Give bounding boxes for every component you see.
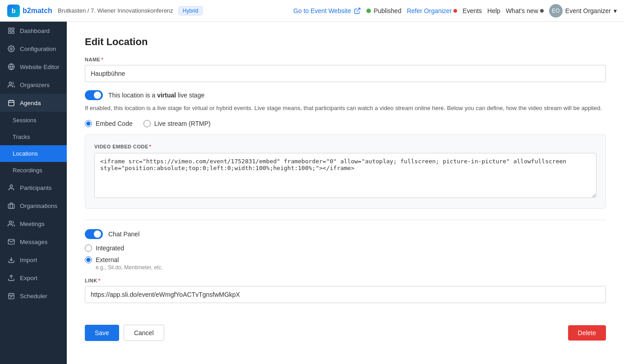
sidebar-item-configuration-label: Configuration [20,46,56,52]
svg-rect-14 [8,204,14,208]
help-link[interactable]: Help [487,7,500,14]
goto-label: Go to Event Website [293,7,351,14]
chat-panel-toggle-row: Chat Panel [85,229,606,239]
export-icon [7,274,15,282]
embed-code-label: Embed Code [96,120,133,127]
user-chevron-icon: ▾ [614,7,617,14]
svg-rect-3 [9,31,11,33]
livestream-radio[interactable] [143,120,151,127]
sidebar-item-meetings[interactable]: Meetings [0,215,67,233]
sidebar-item-recordings-label: Recordings [13,167,42,174]
integrated-radio-item[interactable]: Integrated [85,244,606,252]
sidebar-item-scheduler-label: Scheduler [20,293,47,299]
whatsnew-link[interactable]: What's new [506,7,544,14]
events-link[interactable]: Events [462,7,482,14]
sidebar-item-website-editor[interactable]: Website Editor [0,58,67,76]
sidebar-item-sessions-label: Sessions [13,117,37,124]
published-status: Published [366,7,402,14]
configuration-icon [7,45,15,53]
sidebar-item-meetings-label: Meetings [20,221,45,227]
name-input[interactable] [85,65,606,82]
external-radio[interactable] [85,256,92,263]
sidebar-item-locations-label: Locations [13,150,38,157]
integrated-radio[interactable] [85,244,92,252]
logo-text: b2match [23,7,52,15]
organizers-icon [7,81,15,89]
divider [85,220,606,220]
user-menu[interactable]: EO Event Organizer ▾ [549,4,617,18]
sidebar-item-dashboard-label: Dashboard [20,28,50,34]
sidebar-item-scheduler[interactable]: Scheduler [0,287,67,305]
virtual-toggle-label: This location is a virtual live stage [108,92,204,99]
page-title: Edit Location [85,36,606,48]
messages-icon [7,238,15,246]
toggle-slider [85,90,103,100]
sidebar-item-configuration[interactable]: Configuration [0,40,67,58]
sidebar-item-import[interactable]: Import [0,251,67,269]
chat-type-radio-group: Integrated External e.g., Sli.do, Mentim… [85,244,606,271]
integrated-label: Integrated [96,244,124,252]
goto-event-website-link[interactable]: Go to Event Website [293,7,361,14]
virtual-info-text: If enabled, this location is a live stag… [85,104,606,113]
user-label: Event Organizer [565,7,611,14]
video-embed-code-label: VIDEO EMBED CODE* [94,144,596,149]
sidebar-item-tracks-label: Tracks [13,134,30,140]
hybrid-badge: Hybrid [179,6,203,15]
sidebar-item-import-label: Import [20,257,37,263]
link-label: LINK* [85,278,606,283]
livestream-radio-item[interactable]: Live stream (RTMP) [143,120,211,127]
website-editor-icon [7,63,15,71]
stream-type-radio-group: Embed Code Live stream (RTMP) [85,120,606,127]
name-field-group: NAME* [85,57,606,82]
sidebar-item-organizers-label: Organizers [20,82,50,88]
chat-panel-section: Chat Panel Integrated External e.g., Sli… [85,229,606,303]
chat-toggle-slider [85,229,103,239]
sidebar-item-messages-label: Messages [20,239,48,245]
sidebar-item-recordings[interactable]: Recordings [0,162,67,179]
refer-organizer-link[interactable]: Refer Organizer [407,7,458,14]
cancel-button[interactable]: Cancel [124,325,164,341]
logo-icon: b [7,5,20,17]
embed-code-radio[interactable] [85,120,92,127]
import-icon [7,256,15,264]
chat-panel-toggle[interactable] [85,229,103,239]
livestream-label: Live stream (RTMP) [154,120,211,127]
sidebar-item-organizers[interactable]: Organizers [0,76,67,94]
delete-button[interactable]: Delete [568,325,606,341]
link-input[interactable] [85,286,606,303]
svg-point-13 [10,185,12,187]
embed-code-radio-item[interactable]: Embed Code [85,120,133,127]
sidebar-item-locations[interactable]: Locations [0,145,67,162]
avatar: EO [549,4,563,18]
sidebar-item-participants[interactable]: Participants [0,179,67,197]
embed-code-section: VIDEO EMBED CODE* <iframe src="https://v… [85,134,606,209]
refer-dot [453,9,457,13]
svg-point-5 [10,48,12,50]
scheduler-icon [7,292,15,300]
logo[interactable]: b b2match [7,5,52,17]
save-button[interactable]: Save [85,325,119,341]
svg-line-0 [357,8,360,11]
sidebar-item-organisations-label: Organisations [20,203,57,209]
sidebar-item-export-label: Export [20,275,37,281]
video-embed-code-textarea[interactable]: <iframe src="https://vimeo.com/event/175… [94,153,596,198]
sidebar: Dashboard Configuration Website Editor O… [0,22,67,364]
svg-point-8 [9,82,11,84]
external-radio-item[interactable]: External [85,256,606,263]
sidebar-item-tracks[interactable]: Tracks [0,129,67,145]
breadcrumb-event[interactable]: 7. Wiener Innovationskonferenz [91,7,173,14]
svg-point-15 [9,221,11,223]
footer-buttons: Save Cancel Delete [85,318,606,341]
sidebar-item-organisations[interactable]: Organisations [0,197,67,215]
sidebar-item-export[interactable]: Export [0,269,67,287]
virtual-toggle[interactable] [85,90,103,100]
sidebar-item-agenda[interactable]: Agenda [0,94,67,112]
sidebar-item-dashboard[interactable]: Dashboard [0,22,67,40]
sidebar-item-sessions[interactable]: Sessions [0,112,67,129]
sidebar-item-messages[interactable]: Messages [0,233,67,251]
svg-rect-1 [9,28,11,30]
organisations-icon [7,202,15,210]
external-hint: e.g., Sli.do, Mentimeter, etc. [96,264,606,271]
breadcrumb-org[interactable]: Brutkasten [58,7,86,14]
agenda-icon [7,99,15,107]
